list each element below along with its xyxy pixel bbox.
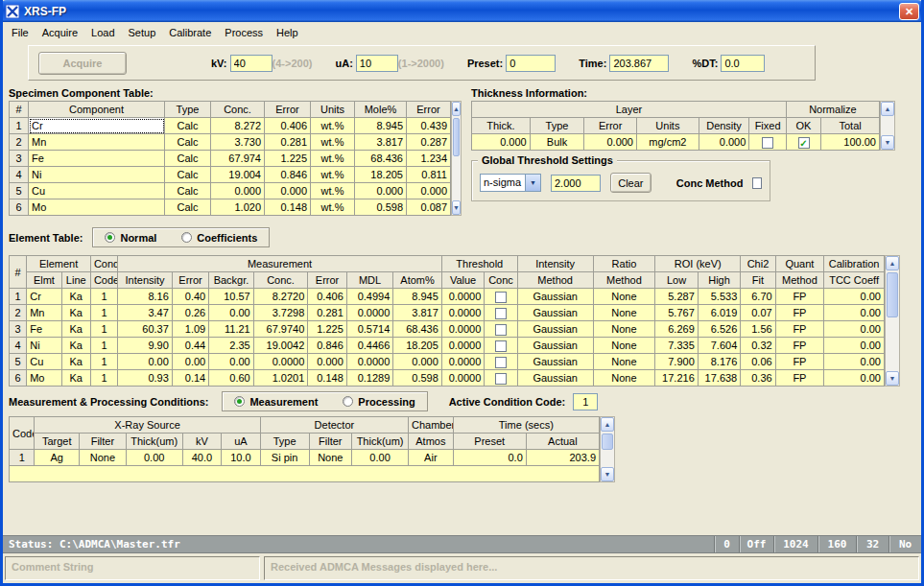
table-cell[interactable]: 67.9740 (253, 321, 308, 338)
scroll-up-icon[interactable]: ▲ (886, 256, 899, 270)
table-cell[interactable]: 0.281 (308, 305, 346, 321)
chevron-down-icon[interactable]: ▼ (525, 175, 540, 191)
comment-string-panel[interactable]: Comment String (5, 556, 260, 580)
table-cell[interactable]: 0.40 (172, 289, 208, 305)
table-cell[interactable]: 1.225 (265, 151, 311, 167)
table-cell[interactable]: 0.00 (126, 450, 182, 466)
table-cell[interactable]: 67.974 (211, 151, 265, 167)
table-cell[interactable]: 6.019 (698, 305, 740, 321)
table-cell[interactable]: Mn (27, 305, 61, 321)
table-cell[interactable]: None (593, 289, 655, 305)
table-cell[interactable] (485, 289, 517, 305)
table-cell[interactable]: FP (775, 321, 824, 338)
table-cell[interactable]: 0.00 (172, 354, 208, 370)
table-cell[interactable]: Gaussian (517, 354, 593, 370)
menu-help[interactable]: Help (270, 24, 305, 41)
table-cell[interactable]: 7.335 (655, 338, 698, 354)
table-cell[interactable]: 0.5714 (346, 321, 393, 338)
table-cell[interactable]: Mn (29, 134, 165, 151)
table-cell[interactable]: 0.281 (265, 134, 311, 151)
scroll-down-icon[interactable]: ▼ (601, 467, 614, 481)
table-cell[interactable]: wt.% (311, 183, 355, 199)
preset-input[interactable] (506, 55, 556, 72)
table-cell[interactable]: None (309, 450, 352, 466)
table-cell[interactable]: 0.06 (741, 354, 775, 370)
table-cell[interactable]: Gaussian (517, 289, 593, 305)
table-cell[interactable]: None (593, 321, 655, 338)
table-cell[interactable]: FP (775, 370, 824, 387)
table-cell[interactable]: Calc (165, 134, 211, 151)
checkbox-checked-icon[interactable]: ✓ (798, 137, 810, 149)
table-cell[interactable]: 0.0000 (441, 305, 484, 321)
table-cell[interactable]: wt.% (311, 134, 355, 151)
table-cell[interactable]: None (593, 370, 655, 387)
table-cell[interactable] (485, 370, 517, 387)
table-cell[interactable]: FP (775, 354, 824, 370)
table-cell[interactable]: 0.406 (265, 118, 311, 134)
specimen-table-scrollbar[interactable]: ▲ ▼ (451, 101, 462, 216)
table-cell[interactable]: 6.70 (741, 289, 775, 305)
table-cell[interactable]: Air (409, 450, 454, 466)
table-cell[interactable]: 0.087 (407, 199, 451, 216)
table-cell[interactable]: 5.287 (655, 289, 698, 305)
table-cell[interactable]: 8.2720 (253, 289, 308, 305)
table-cell[interactable] (485, 305, 517, 321)
table-cell[interactable]: 2.35 (209, 338, 254, 354)
table-cell[interactable]: Calc (165, 118, 211, 134)
menu-calibrate[interactable]: Calibrate (162, 24, 218, 41)
acquire-button[interactable]: Acquire (38, 52, 127, 75)
table-cell[interactable]: wt.% (311, 118, 355, 134)
table-cell[interactable]: 0.0000 (441, 338, 484, 354)
table-cell[interactable]: 68.436 (355, 151, 407, 167)
table-cell[interactable]: 10.57 (209, 289, 254, 305)
table-cell[interactable]: 0.846 (265, 167, 311, 183)
table-cell[interactable]: 0.598 (355, 199, 407, 216)
table-cell[interactable]: Fe (29, 151, 165, 167)
table-cell[interactable]: 0.00 (118, 354, 173, 370)
table-cell[interactable]: 1 (90, 321, 117, 338)
table-cell[interactable]: FP (775, 289, 824, 305)
table-cell[interactable]: Ag (35, 450, 80, 466)
row-header-cell[interactable]: 4 (10, 167, 29, 183)
threshold-value-input[interactable] (551, 175, 601, 192)
table-cell[interactable]: 5.533 (698, 289, 740, 305)
table-cell[interactable]: 1.56 (741, 321, 775, 338)
table-cell[interactable]: None (593, 354, 655, 370)
table-cell[interactable]: 0.1289 (346, 370, 393, 387)
table-cell[interactable]: 18.205 (393, 338, 442, 354)
table-cell[interactable]: 8.16 (118, 289, 173, 305)
table-cell[interactable]: 0.000 (211, 183, 265, 199)
radio-coefficients[interactable]: Coefficients (181, 232, 257, 244)
table-cell[interactable]: FP (775, 338, 824, 354)
table-cell[interactable]: 0.287 (407, 134, 451, 151)
table-cell[interactable]: 40.0 (182, 450, 222, 466)
table-cell[interactable]: 0.598 (393, 370, 442, 387)
table-cell[interactable]: Gaussian (517, 370, 593, 387)
table-cell[interactable]: 5.767 (655, 305, 698, 321)
table-cell[interactable]: Gaussian (517, 338, 593, 354)
table-cell[interactable]: Cu (29, 183, 165, 199)
table-cell[interactable]: 0.148 (308, 370, 346, 387)
threshold-mode-dropdown[interactable]: n-sigma ▼ (480, 174, 541, 192)
table-cell[interactable]: 0.60 (209, 370, 254, 387)
table-cell[interactable]: 0.000 (393, 354, 442, 370)
table-cell[interactable]: Fe (27, 321, 61, 338)
checkbox-unchecked-icon[interactable] (495, 373, 507, 385)
table-cell[interactable]: 0.0000 (441, 289, 484, 305)
row-header-cell[interactable]: 2 (10, 134, 29, 151)
table-cell[interactable]: 0.000 (472, 134, 531, 151)
menu-setup[interactable]: Setup (122, 24, 163, 41)
table-cell[interactable]: 11.21 (209, 321, 254, 338)
scroll-up-icon[interactable]: ▲ (452, 102, 461, 116)
close-button[interactable]: ✕ (899, 3, 919, 20)
table-cell[interactable]: 1 (90, 289, 117, 305)
table-cell[interactable]: 1.09 (172, 321, 208, 338)
table-cell[interactable]: 1 (90, 354, 117, 370)
table-cell[interactable]: 0.0 (453, 450, 526, 466)
thickness-table-scrollbar[interactable]: ▲ ▼ (880, 101, 895, 151)
table-cell[interactable]: Calc (165, 151, 211, 167)
table-cell[interactable]: 0.000 (407, 183, 451, 199)
table-cell[interactable]: 0.00 (824, 338, 885, 354)
table-cell[interactable]: mg/cm2 (636, 134, 699, 151)
table-cell[interactable]: 203.9 (526, 450, 599, 466)
